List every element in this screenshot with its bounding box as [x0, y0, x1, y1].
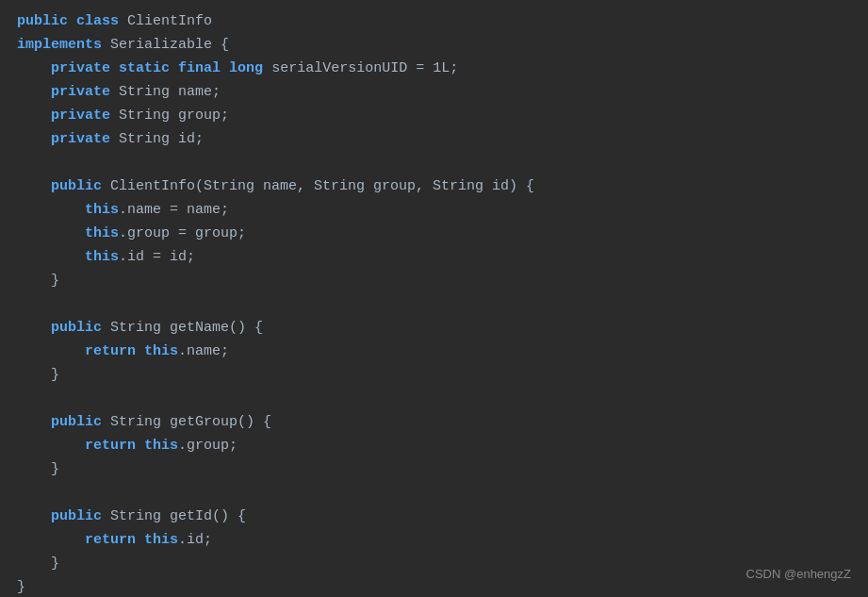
code-line-9: this.name = name; [17, 198, 851, 222]
code-line-25: } [17, 575, 851, 597]
code-line-3: private static final long serialVersionU… [17, 57, 851, 80]
code-line-6: private String id; [17, 127, 851, 151]
code-line-19: return this.group; [17, 434, 851, 457]
code-line-13 [17, 292, 851, 316]
code-line-15: return this.name; [17, 340, 851, 363]
code-line-2: implements Serializable { [17, 33, 851, 57]
code-line-17 [17, 387, 851, 410]
code-line-16: } [17, 363, 851, 387]
code-line-21 [17, 481, 851, 505]
watermark-text: CSDN @enhengzZ [746, 562, 851, 586]
code-line-11: this.id = id; [17, 245, 851, 269]
code-line-18: public String getGroup() { [17, 410, 851, 434]
code-line-1: public class ClientInfo [17, 9, 851, 33]
code-line-20: } [17, 457, 851, 481]
code-line-8: public ClientInfo(String name, String gr… [17, 174, 851, 198]
code-line-23: return this.id; [17, 528, 851, 552]
code-line-22: public String getId() { [17, 505, 851, 528]
code-line-4: private String name; [17, 80, 851, 104]
code-line-12: } [17, 269, 851, 292]
code-line-14: public String getName() { [17, 316, 851, 340]
code-block: public class ClientInfo implements Seria… [0, 0, 868, 597]
code-line-5: private String group; [17, 104, 851, 127]
code-line-7 [17, 151, 851, 174]
code-line-24: } [17, 552, 851, 575]
code-line-10: this.group = group; [17, 222, 851, 245]
